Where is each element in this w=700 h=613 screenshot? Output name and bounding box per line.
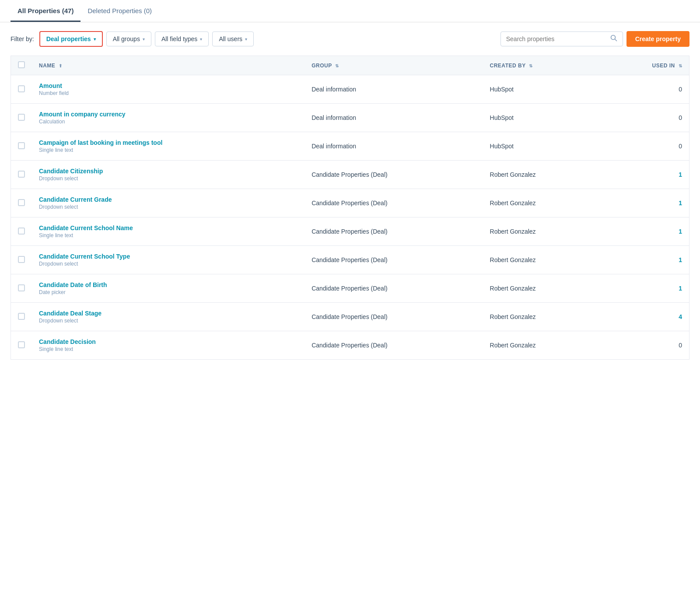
row-group-cell: Candidate Properties (Deal)	[304, 274, 483, 303]
row-group-cell: Deal information	[304, 132, 483, 161]
property-name-link[interactable]: Candidate Date of Birth	[39, 281, 298, 288]
svg-line-1	[615, 39, 616, 41]
row-checkbox[interactable]	[18, 199, 25, 206]
row-checkbox[interactable]	[18, 313, 25, 320]
properties-table: NAME ⬆ GROUP ⇅ CREATED BY ⇅ USED IN ⇅	[10, 56, 690, 360]
name-sort-icon: ⬆	[59, 63, 63, 68]
all-groups-label: All groups	[113, 35, 140, 42]
used-in-value: 1	[679, 285, 682, 292]
row-name-cell: Campaign of last booking in meetings too…	[32, 132, 304, 161]
row-name-cell: Amount Number field	[32, 75, 304, 104]
table-row: Candidate Decision Single line text Cand…	[11, 331, 690, 360]
row-checkbox-cell	[11, 104, 32, 132]
created-by-column-header[interactable]: CREATED BY ⇅	[483, 56, 602, 75]
used-in-value: 0	[679, 114, 682, 121]
select-all-checkbox[interactable]	[18, 61, 25, 68]
row-name-cell: Amount in company currency Calculation	[32, 104, 304, 132]
used-in-sort-icon: ⇅	[679, 63, 682, 68]
create-property-button[interactable]: Create property	[626, 31, 690, 47]
table-body: Amount Number field Deal information Hub…	[11, 75, 690, 360]
row-used-in-cell: 4	[602, 303, 689, 331]
property-type: Dropdown select	[39, 261, 78, 267]
used-in-value: 0	[679, 86, 682, 93]
row-group-cell: Candidate Properties (Deal)	[304, 303, 483, 331]
row-checkbox[interactable]	[18, 341, 25, 348]
search-icon	[610, 35, 617, 43]
property-name-link[interactable]: Campaign of last booking in meetings too…	[39, 139, 298, 146]
row-checkbox[interactable]	[18, 85, 25, 92]
all-field-types-filter[interactable]: All field types ▾	[155, 32, 209, 46]
property-type: Date picker	[39, 289, 66, 295]
table-header-row: NAME ⬆ GROUP ⇅ CREATED BY ⇅ USED IN ⇅	[11, 56, 690, 75]
row-used-in-cell: 1	[602, 246, 689, 274]
all-field-types-label: All field types	[161, 35, 197, 42]
row-created-by-cell: HubSpot	[483, 104, 602, 132]
property-name-link[interactable]: Candidate Current Grade	[39, 196, 298, 203]
table-row: Candidate Date of Birth Date picker Cand…	[11, 274, 690, 303]
property-name-link[interactable]: Candidate Decision	[39, 338, 298, 345]
all-users-filter[interactable]: All users ▾	[212, 32, 254, 46]
row-checkbox-cell	[11, 274, 32, 303]
search-input[interactable]	[506, 35, 608, 42]
row-group-cell: Candidate Properties (Deal)	[304, 161, 483, 189]
chevron-down-icon: ▾	[143, 37, 145, 42]
row-name-cell: Candidate Deal Stage Dropdown select	[32, 303, 304, 331]
row-used-in-cell: 0	[602, 132, 689, 161]
row-created-by-cell: Robert Gonzalez	[483, 189, 602, 217]
used-in-value: 1	[679, 200, 682, 207]
search-wrap	[500, 32, 623, 46]
tabs-bar: All Properties (47) Deleted Properties (…	[0, 0, 700, 22]
row-checkbox[interactable]	[18, 142, 25, 149]
row-used-in-cell: 1	[602, 274, 689, 303]
row-checkbox[interactable]	[18, 171, 25, 178]
table-row: Candidate Current School Type Dropdown s…	[11, 246, 690, 274]
property-name-link[interactable]: Candidate Citizenship	[39, 168, 298, 175]
row-used-in-cell: 1	[602, 161, 689, 189]
property-type: Single line text	[39, 346, 73, 352]
name-column-header[interactable]: NAME ⬆	[32, 56, 304, 75]
row-checkbox-cell	[11, 303, 32, 331]
row-created-by-cell: Robert Gonzalez	[483, 217, 602, 246]
row-checkbox-cell	[11, 189, 32, 217]
row-name-cell: Candidate Current School Name Single lin…	[32, 217, 304, 246]
property-name-link[interactable]: Candidate Current School Type	[39, 253, 298, 260]
row-checkbox[interactable]	[18, 256, 25, 263]
properties-table-wrap: NAME ⬆ GROUP ⇅ CREATED BY ⇅ USED IN ⇅	[0, 56, 700, 360]
row-checkbox[interactable]	[18, 228, 25, 235]
tab-all-properties[interactable]: All Properties (47)	[10, 0, 80, 22]
row-used-in-cell: 0	[602, 104, 689, 132]
row-created-by-cell: Robert Gonzalez	[483, 246, 602, 274]
deal-properties-filter[interactable]: Deal properties ▾	[39, 31, 103, 47]
row-used-in-cell: 1	[602, 217, 689, 246]
group-column-header[interactable]: GROUP ⇅	[304, 56, 483, 75]
created-by-sort-icon: ⇅	[529, 63, 533, 68]
group-sort-icon: ⇅	[335, 63, 339, 68]
property-name-link[interactable]: Amount	[39, 82, 298, 89]
row-group-cell: Candidate Properties (Deal)	[304, 217, 483, 246]
used-in-value: 0	[679, 342, 682, 349]
row-checkbox[interactable]	[18, 284, 25, 291]
used-in-value: 4	[679, 313, 682, 320]
property-type: Single line text	[39, 232, 73, 238]
property-type: Single line text	[39, 147, 73, 153]
tab-deleted-properties[interactable]: Deleted Properties (0)	[80, 0, 159, 22]
row-used-in-cell: 1	[602, 189, 689, 217]
all-groups-filter[interactable]: All groups ▾	[106, 32, 151, 46]
row-used-in-cell: 0	[602, 75, 689, 104]
property-type: Calculation	[39, 119, 65, 125]
deal-properties-label: Deal properties	[46, 35, 91, 42]
row-group-cell: Candidate Properties (Deal)	[304, 246, 483, 274]
property-name-link[interactable]: Amount in company currency	[39, 111, 298, 118]
row-checkbox[interactable]	[18, 114, 25, 121]
row-created-by-cell: Robert Gonzalez	[483, 161, 602, 189]
property-name-link[interactable]: Candidate Deal Stage	[39, 310, 298, 317]
row-checkbox-cell	[11, 161, 32, 189]
table-row: Candidate Citizenship Dropdown select Ca…	[11, 161, 690, 189]
property-type: Dropdown select	[39, 318, 78, 324]
row-created-by-cell: Robert Gonzalez	[483, 274, 602, 303]
used-in-column-header[interactable]: USED IN ⇅	[602, 56, 689, 75]
row-created-by-cell: Robert Gonzalez	[483, 331, 602, 360]
property-name-link[interactable]: Candidate Current School Name	[39, 224, 298, 231]
row-used-in-cell: 0	[602, 331, 689, 360]
row-group-cell: Deal information	[304, 75, 483, 104]
